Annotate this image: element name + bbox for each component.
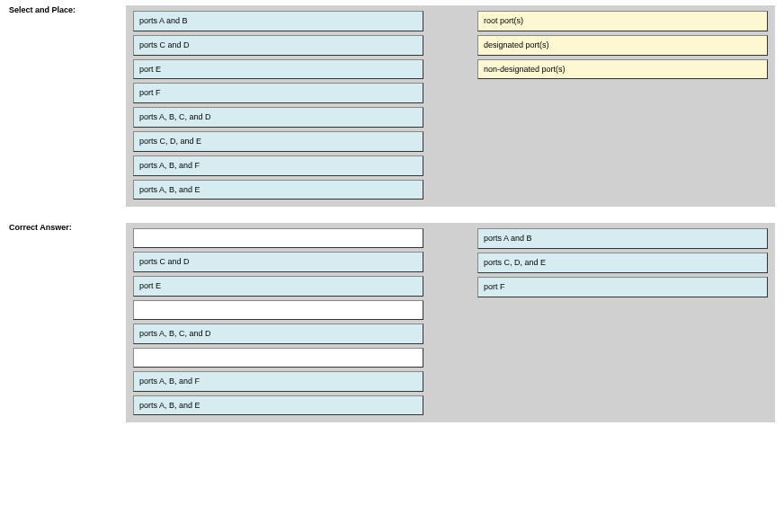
answer-source-item: port E	[133, 276, 423, 297]
select-place-section: Select and Place: ports A and B ports C …	[9, 5, 775, 207]
answer-source-item: ports A, B, and E	[133, 395, 423, 416]
source-item[interactable]: port F	[133, 83, 423, 103]
answer-target-item: ports C, D, and E	[477, 253, 768, 273]
source-item[interactable]: port E	[133, 59, 423, 80]
answer-source-item	[133, 300, 423, 320]
correct-answer-label: Correct Answer:	[9, 223, 126, 232]
target-slot[interactable]: designated port(s)	[477, 35, 768, 56]
answer-source-item	[133, 228, 423, 248]
source-item[interactable]: ports C and D	[133, 35, 423, 56]
answer-target-item: ports A and B	[477, 228, 768, 249]
source-column: ports A and B ports C and D port E port …	[133, 11, 423, 200]
source-item[interactable]: ports A, B, and E	[133, 180, 423, 200]
select-place-label: Select and Place:	[9, 5, 126, 14]
answer-source-item	[133, 348, 423, 368]
answer-source-item: ports A, B, and F	[133, 371, 423, 392]
source-item[interactable]: ports A, B, C, and D	[133, 107, 423, 128]
source-item[interactable]: ports A and B	[133, 11, 423, 31]
select-place-panel: ports A and B ports C and D port E port …	[126, 5, 775, 207]
source-item[interactable]: ports C, D, and E	[133, 131, 423, 152]
correct-answer-section: Correct Answer: ports C and D port E por…	[9, 223, 775, 422]
answer-source-item: ports A, B, C, and D	[133, 324, 423, 344]
answer-target-item: port F	[477, 277, 768, 297]
target-column: root port(s) designated port(s) non-desi…	[477, 11, 768, 200]
answer-source-item: ports C and D	[133, 252, 423, 272]
target-slot[interactable]: root port(s)	[477, 11, 768, 31]
answer-target-column: ports A and B ports C, D, and E port F	[477, 228, 768, 415]
source-item[interactable]: ports A, B, and F	[133, 155, 423, 176]
answer-source-column: ports C and D port E ports A, B, C, and …	[133, 228, 423, 415]
correct-answer-panel: ports C and D port E ports A, B, C, and …	[126, 223, 775, 422]
target-slot[interactable]: non-designated port(s)	[477, 59, 768, 80]
